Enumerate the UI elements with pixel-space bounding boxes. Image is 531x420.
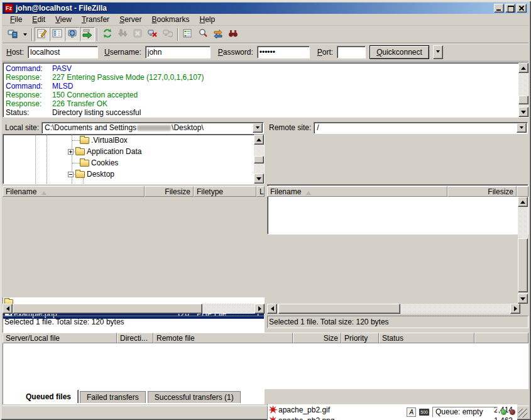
- refresh-button[interactable]: [100, 27, 115, 41]
- column-header-filetype[interactable]: Filetype: [194, 186, 256, 197]
- tab-failed-transfers[interactable]: Failed transfers: [80, 391, 146, 403]
- local-site-combobox[interactable]: C:\Documents and Settings\Desktop\: [41, 122, 264, 134]
- scrollbar-thumb[interactable]: [518, 238, 528, 292]
- menu-server[interactable]: Server: [114, 14, 146, 25]
- scroll-up-button[interactable]: [518, 197, 528, 207]
- binoculars-icon: [228, 28, 238, 40]
- local-site-row: Local site: C:\Documents and Settings\De…: [5, 121, 264, 134]
- tab-queued-files[interactable]: Queued files: [19, 390, 78, 403]
- filezilla-app-icon[interactable]: Fz: [4, 4, 13, 13]
- menu-bookmarks[interactable]: Bookmarks: [146, 14, 194, 25]
- filter-list-icon: [183, 28, 193, 40]
- remote-site-combobox[interactable]: /: [314, 122, 528, 134]
- log-label: Command:: [6, 64, 52, 73]
- remote-site-label: Remote site:: [269, 123, 311, 132]
- tree-item-application-data[interactable]: Application Data: [68, 146, 141, 157]
- remote-path: /: [317, 123, 319, 132]
- column-header-priority[interactable]: Priority: [341, 333, 379, 343]
- tree-item-cookies[interactable]: Cookies: [80, 157, 118, 169]
- log-label: Response:: [6, 99, 52, 108]
- local-site-dropdown-button[interactable]: [253, 123, 263, 133]
- scroll-down-button[interactable]: [518, 294, 528, 304]
- column-header-size[interactable]: Size: [293, 333, 341, 343]
- directory-comparison-button[interactable]: [195, 27, 211, 41]
- scroll-up-button[interactable]: [518, 63, 528, 73]
- scroll-up-button[interactable]: [254, 135, 264, 145]
- scroll-left-button[interactable]: [267, 304, 277, 314]
- scrollbar-thumb[interactable]: [278, 304, 400, 314]
- username-input[interactable]: [145, 46, 211, 58]
- password-input[interactable]: [257, 46, 310, 58]
- synchronized-browsing-button[interactable]: [211, 27, 226, 41]
- arrow-down-icon: [521, 111, 526, 116]
- cancel-operation-button[interactable]: [130, 27, 145, 41]
- column-header-filename[interactable]: Filename: [267, 186, 447, 197]
- collapse-minus-icon[interactable]: [68, 172, 74, 177]
- scroll-right-button[interactable]: [255, 304, 265, 314]
- toggle-remote-tree-button[interactable]: [65, 27, 80, 41]
- process-queue-button[interactable]: [115, 27, 130, 41]
- tree-guide: [72, 140, 80, 141]
- menu-view[interactable]: View: [50, 14, 77, 25]
- local-directory-tree[interactable]: .VirtualBox Application Data Cookies Des…: [3, 134, 265, 184]
- title-bar[interactable]: Fz john@localhost - FileZilla: [3, 3, 528, 14]
- port-label: Port:: [317, 48, 333, 57]
- host-input[interactable]: [28, 46, 98, 58]
- column-header-server-local-file[interactable]: Server/Local file: [3, 333, 117, 343]
- tree-item-virtualbox[interactable]: .VirtualBox: [80, 135, 128, 146]
- disconnect-button[interactable]: [145, 27, 160, 41]
- column-header-filesize[interactable]: Filesize: [145, 186, 194, 197]
- quickconnect-button[interactable]: Quickconnect: [370, 45, 429, 59]
- site-manager-dropdown-button[interactable]: [20, 27, 30, 41]
- log-scrollbar[interactable]: [518, 63, 528, 117]
- local-tree-scrollbar[interactable]: [254, 135, 264, 184]
- column-header-lastmodified[interactable]: L: [256, 186, 265, 197]
- column-header-filename[interactable]: Filename: [3, 186, 145, 197]
- reconnect-icon: [163, 28, 173, 40]
- speed-limit-indicator-icon[interactable]: 500: [419, 409, 429, 416]
- toggle-transfer-queue-button[interactable]: [80, 27, 95, 41]
- arrow-down-icon: [256, 177, 261, 183]
- maximize-button[interactable]: [505, 4, 515, 13]
- scroll-left-button[interactable]: [3, 304, 13, 314]
- queue-tabs: Queued files Failed transfers Successful…: [19, 390, 241, 403]
- remote-list-scrollbar[interactable]: [518, 197, 528, 304]
- menu-help[interactable]: Help: [195, 14, 221, 25]
- resize-grip[interactable]: [518, 409, 527, 417]
- find-files-button[interactable]: [226, 27, 241, 41]
- folder-icon: [80, 137, 89, 144]
- tab-successful-transfers[interactable]: Successful transfers (1): [148, 391, 241, 403]
- menu-transfer[interactable]: Transfer: [77, 14, 114, 25]
- directory-listing-filters-button[interactable]: [180, 27, 195, 41]
- data-type-indicator-icon[interactable]: A: [407, 407, 416, 417]
- message-log[interactable]: Command:PASV Response:227 Entering Passi…: [3, 62, 528, 118]
- local-hscrollbar[interactable]: [3, 304, 265, 314]
- port-input[interactable]: [337, 46, 366, 58]
- scroll-right-button[interactable]: [510, 304, 520, 314]
- column-header-status[interactable]: Status: [379, 333, 474, 343]
- menu-edit[interactable]: Edit: [27, 14, 50, 25]
- reconnect-button[interactable]: [160, 27, 175, 41]
- column-header-direction[interactable]: Directi...: [117, 333, 153, 343]
- remote-site-dropdown-button[interactable]: [517, 123, 527, 133]
- column-header-filesize[interactable]: Filesize: [447, 186, 517, 197]
- toggle-message-log-button[interactable]: [35, 27, 50, 41]
- scrollbar-thumb[interactable]: [518, 96, 528, 104]
- tree-item-desktop[interactable]: Desktop: [68, 169, 114, 180]
- queue-list[interactable]: [3, 343, 528, 389]
- scroll-down-button[interactable]: [254, 174, 264, 184]
- scroll-down-button[interactable]: [518, 107, 528, 117]
- minimize-button[interactable]: [494, 4, 504, 13]
- expand-plus-icon[interactable]: [68, 149, 74, 155]
- quickconnect-dropdown-button[interactable]: [433, 45, 443, 59]
- close-button[interactable]: [517, 4, 527, 13]
- toggle-local-tree-button[interactable]: [50, 27, 65, 41]
- menu-file[interactable]: File: [5, 14, 27, 25]
- scrollbar-thumb[interactable]: [254, 156, 264, 163]
- scrollbar-thumb[interactable]: [13, 304, 202, 314]
- column-header-remote-file[interactable]: Remote file: [153, 333, 293, 343]
- toolbar: [3, 26, 528, 43]
- remote-hscrollbar[interactable]: [267, 304, 520, 314]
- redacted-username: [137, 125, 171, 131]
- site-manager-button[interactable]: [5, 27, 20, 41]
